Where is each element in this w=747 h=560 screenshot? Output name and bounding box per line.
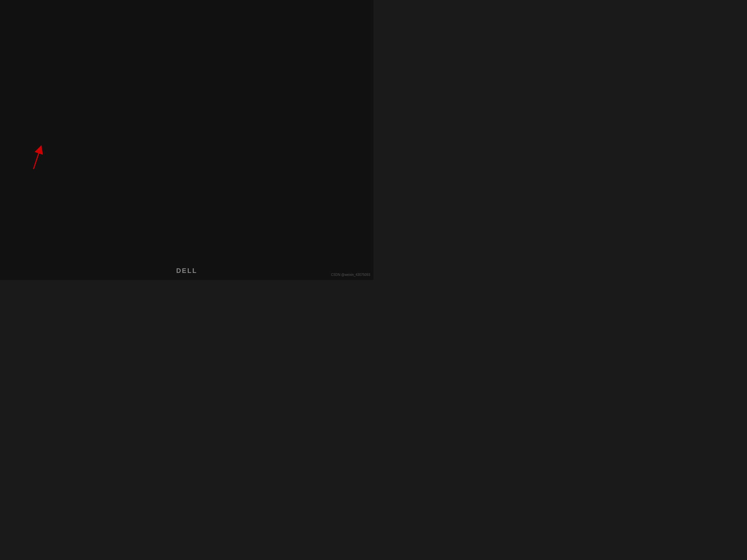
monitor-background (0, 0, 374, 280)
dell-logo: DELL (176, 267, 197, 274)
watermark: CSDN @weixin_43075093 (331, 273, 370, 276)
bottom-bar: DELL (0, 262, 374, 280)
